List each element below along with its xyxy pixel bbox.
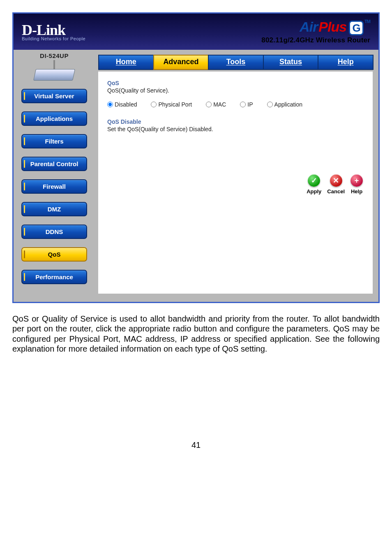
tab-advanced[interactable]: Advanced (153, 55, 209, 70)
sidebar-item-dmz[interactable]: DMZ (21, 202, 87, 216)
sidebar-item-firewall[interactable]: Firewall (21, 179, 87, 194)
sidebar-item-qos[interactable]: QoS (21, 247, 87, 262)
sidebar-item-parental-control[interactable]: Parental Control (21, 157, 87, 171)
apply-button[interactable]: ✓ Apply (307, 174, 321, 195)
product-logo-area: Air Plus G TM 802.11g/2.4GHz Wireless Ro… (261, 19, 370, 45)
router-device-icon (30, 61, 79, 81)
brand-name: D-Link (22, 23, 85, 37)
sidebar-item-performance[interactable]: Performance (21, 270, 87, 284)
g-badge-icon: G (349, 21, 364, 35)
top-banner: D-Link Building Networks for People Air … (14, 14, 378, 50)
brand-logo: D-Link Building Networks for People (22, 23, 85, 41)
qos-disable-desc: Set the QoS(Quality of Service) Disabled… (107, 126, 364, 132)
qos-desc: QoS(Quality of Service). (107, 87, 364, 94)
sidebar-item-virtual-server[interactable]: Virtual Server (21, 89, 87, 103)
tab-help[interactable]: Help (318, 55, 374, 70)
cancel-icon: ✕ (330, 174, 342, 187)
radio-ip[interactable]: IP (240, 101, 253, 108)
radio-mac[interactable]: MAC (206, 101, 226, 108)
apply-icon: ✓ (308, 174, 320, 187)
radio-physical-port-input[interactable] (151, 102, 157, 107)
radio-ip-input[interactable] (240, 102, 246, 107)
cancel-button[interactable]: ✕ Cancel (327, 174, 345, 195)
radio-application[interactable]: Application (267, 101, 303, 108)
radio-physical-port[interactable]: Physical Port (151, 101, 192, 108)
sidebar-item-applications[interactable]: Applications (21, 111, 87, 126)
main-area: Home Advanced Tools Status Help QoS QoS(… (95, 50, 378, 302)
radio-application-input[interactable] (267, 102, 273, 107)
action-buttons: ✓ Apply ✕ Cancel + Help (307, 174, 363, 195)
sidebar: DI-524UP Virtual Server Applications Fil… (14, 50, 95, 302)
document-paragraph: QoS or Quality of Service is used to all… (12, 314, 380, 354)
qos-disable-title: QoS Disable (107, 118, 364, 125)
page-number: 41 (12, 440, 380, 450)
tab-tools[interactable]: Tools (208, 55, 264, 70)
tab-bar: Home Advanced Tools Status Help (98, 55, 373, 70)
router-admin-window: D-Link Building Networks for People Air … (12, 12, 380, 303)
help-icon: + (350, 174, 363, 187)
qos-title: QoS (107, 80, 364, 86)
brand-tagline: Building Networks for People (22, 37, 85, 41)
qos-mode-radios: Disabled Physical Port MAC IP (107, 101, 364, 108)
tab-home[interactable]: Home (98, 55, 154, 70)
radio-disabled-input[interactable] (107, 102, 113, 107)
sidebar-item-filters[interactable]: Filters (21, 134, 87, 148)
content-pane: QoS QoS(Quality of Service). Disabled Ph… (98, 72, 373, 294)
tab-status[interactable]: Status (263, 55, 319, 70)
sidebar-item-ddns[interactable]: DDNS (21, 225, 87, 239)
radio-disabled[interactable]: Disabled (107, 101, 137, 108)
help-button[interactable]: + Help (350, 174, 363, 195)
product-subtitle: 802.11g/2.4GHz Wireless Router (261, 36, 370, 44)
product-logo: Air Plus G TM (261, 19, 370, 36)
radio-mac-input[interactable] (206, 102, 212, 107)
model-label: DI-524UP (18, 52, 91, 59)
